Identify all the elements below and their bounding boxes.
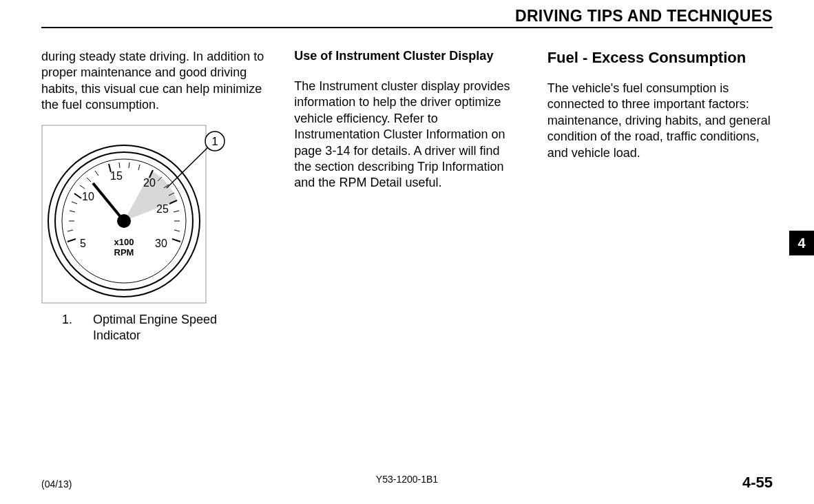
page-header: DRIVING TIPS AND TECHNIQUES bbox=[41, 0, 773, 28]
col2-body: The Instrument cluster display provides … bbox=[294, 78, 519, 191]
gauge-unit-top: x100 bbox=[114, 237, 134, 247]
column-right: Fuel - Excess Consumption The vehicle's … bbox=[547, 49, 773, 344]
col3-section-head: Fuel - Excess Consumption bbox=[547, 49, 773, 67]
col2-subhead: Use of Instrument Cluster Display bbox=[294, 49, 519, 63]
tick-label-15: 15 bbox=[110, 170, 123, 182]
footer-center: Y53-1200-1B1 bbox=[376, 474, 438, 485]
caption-number: 1. bbox=[62, 312, 72, 344]
callout-number: 1 bbox=[211, 135, 218, 148]
content-columns: during steady state driving. In addition… bbox=[41, 49, 773, 344]
callout-leader bbox=[167, 147, 209, 188]
footer-right: 4-55 bbox=[742, 474, 773, 492]
col3-body: The vehicle's fuel consumption is connec… bbox=[547, 81, 773, 161]
column-left: during steady state driving. In addition… bbox=[41, 49, 267, 344]
tick-label-30: 30 bbox=[155, 238, 167, 249]
figure-caption: 1. Optimal Engine Speed Indicator bbox=[62, 312, 267, 344]
column-middle: Use of Instrument Cluster Display The In… bbox=[294, 49, 519, 344]
tick-label-25: 25 bbox=[156, 203, 169, 215]
tick-label-20: 20 bbox=[143, 177, 156, 189]
gauge-figure: 5 10 15 20 25 30 x100 RPM 1 bbox=[41, 125, 267, 306]
tachometer-illustration: 5 10 15 20 25 30 x100 RPM 1 bbox=[41, 125, 227, 304]
chapter-tab: 4 bbox=[789, 231, 814, 255]
tick-label-5: 5 bbox=[80, 238, 86, 249]
intro-paragraph: during steady state driving. In addition… bbox=[41, 49, 267, 114]
gauge-unit-bottom: RPM bbox=[114, 247, 134, 258]
footer-left: (04/13) bbox=[41, 479, 72, 490]
page-footer: (04/13) Y53-1200-1B1 4-55 bbox=[41, 474, 773, 492]
caption-text: Optimal Engine Speed Indicator bbox=[93, 312, 267, 344]
tick-label-10: 10 bbox=[82, 191, 94, 202]
